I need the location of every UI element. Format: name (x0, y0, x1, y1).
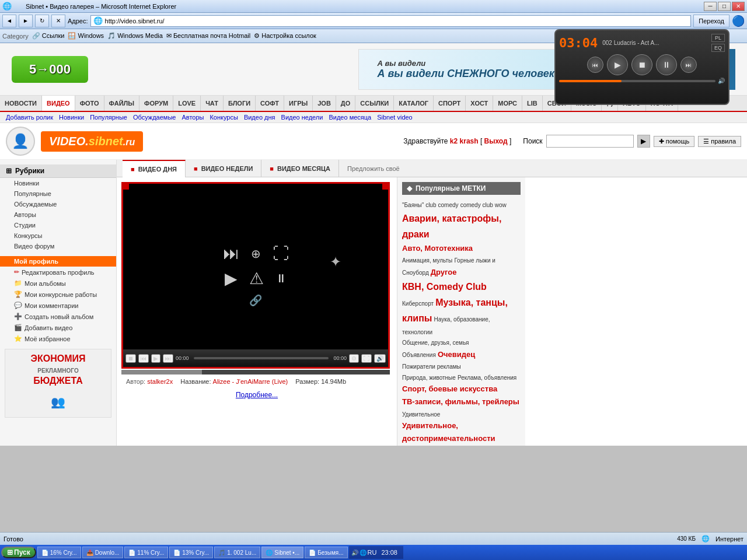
tab-games[interactable]: ИГРЫ (284, 96, 313, 111)
pc-play-button[interactable]: ▶ (151, 354, 160, 363)
video-tab-day[interactable]: ■ ВИДЕО ДНЯ (123, 160, 186, 177)
links-bar-item-windows[interactable]: 🪟 Windows (68, 32, 104, 40)
sidebar-item-studios[interactable]: Студии (0, 220, 116, 230)
rules-button[interactable]: ☰ правила (698, 136, 741, 147)
tab-news[interactable]: НОВОСТИ (0, 96, 42, 111)
tag-wow[interactable]: wow (495, 202, 507, 208)
media-stop-button[interactable]: ⏹ (631, 54, 652, 75)
tag-kvn[interactable]: КВН, Comedy Club (402, 282, 487, 292)
tab-photo[interactable]: ФОТО (75, 96, 104, 111)
help-button[interactable]: ✚ помощь (654, 136, 695, 147)
sidebar-item-profile[interactable]: Мой профиль (0, 256, 116, 267)
video-tab-month[interactable]: ■ ВИДЕО МЕСЯЦА (261, 160, 339, 177)
tag-obshenie[interactable]: Общение, друзья, семья (402, 340, 469, 346)
tag-kibersport[interactable]: Киберспорт (402, 300, 434, 307)
tag-ochevidec[interactable]: Очевидец (438, 350, 475, 359)
sidebar-item-contests[interactable]: Конкурсы (0, 230, 116, 241)
tag-reklama[interactable]: Реклама, объявления (458, 374, 516, 381)
tag-animaciya[interactable]: Анимация, мульты (402, 257, 452, 264)
sidebar-item-authors[interactable]: Авторы (0, 209, 116, 220)
links-bar-item-links-config[interactable]: ⚙ Настройка ссылок (254, 32, 316, 40)
sidebar-item-contest-works[interactable]: 🏆 Мои конкурсные работы (0, 289, 116, 300)
tab-do[interactable]: ДО (336, 96, 355, 111)
tab-love[interactable]: LOVE (173, 96, 201, 111)
subnav-video-day[interactable]: Видео дня (244, 114, 275, 121)
sidebar-item-favorites[interactable]: ⭐ Моё избранное (0, 333, 116, 344)
pc-progress-bar[interactable] (194, 357, 329, 359)
tab-links[interactable]: ССЫЛКИ (355, 96, 394, 111)
video-name-link[interactable]: Alizee - J'enAiMarre (Live) (213, 378, 288, 385)
tag-obyavleniya[interactable]: Объявления (402, 352, 436, 358)
taskbar-item-6[interactable]: 📄 Безымя... (305, 547, 347, 558)
links-bar-item-windows-media[interactable]: 🎵 Windows Media (107, 32, 163, 40)
tag-avto[interactable]: Авто, Мототехника (402, 244, 473, 253)
tag-avarii[interactable]: Аварии, катастрофы, драки (402, 214, 501, 239)
subnav-video-week[interactable]: Видео недели (281, 114, 323, 121)
media-prev-button[interactable]: ⏮ (587, 57, 603, 73)
tab-mors[interactable]: МОРС (493, 96, 522, 111)
pc-volume-button[interactable]: 🔊 (374, 354, 386, 363)
taskbar-item-4[interactable]: 🎵 1. 002 Lu... (214, 547, 260, 558)
tag-priroda[interactable]: Природа, животные (402, 374, 456, 381)
username-link[interactable]: k2 krash (450, 137, 479, 145)
start-button[interactable]: ⊞ Пуск (1, 547, 36, 558)
pc-prev-button[interactable]: ⏮ (138, 354, 149, 363)
links-bar-item-links[interactable]: 🔗 Ссылки (32, 32, 65, 40)
more-link[interactable]: Подробнее... (236, 391, 278, 399)
subnav-sibnet-video[interactable]: Sibnet video (377, 114, 413, 121)
minimize-button[interactable]: ─ (704, 2, 717, 11)
refresh-button[interactable]: ↻ (35, 15, 49, 27)
pc-fullscreen-button[interactable]: ⛶ (361, 354, 372, 363)
tab-catalog[interactable]: КАТАЛОГ (394, 96, 434, 111)
tag-sport[interactable]: Спорт, боевые искусства (402, 384, 497, 393)
tab-lib[interactable]: LIB (522, 96, 543, 111)
tag-bayany[interactable]: "Баяны" club (402, 202, 436, 208)
tag-tv[interactable]: ТВ-записи, фильмы, трейлеры (402, 397, 519, 406)
taskbar-item-5[interactable]: 🌐 Sibnet •... (261, 547, 303, 558)
tab-video[interactable]: ВИДЕО (42, 96, 75, 111)
taskbar-item-0[interactable]: 📄 16% Cry... (37, 547, 81, 558)
address-input[interactable]: 🌐 http://video.sibnet.ru/ (90, 15, 692, 27)
top-action-button[interactable]: 5→000 (12, 56, 88, 83)
go-button[interactable]: Переход (693, 15, 729, 27)
sidebar-item-discussed[interactable]: Обсуждаемые (0, 199, 116, 209)
close-button[interactable]: ✕ (732, 2, 745, 11)
tag-drugoe[interactable]: Другое (431, 268, 457, 276)
sidebar-item-edit-profile[interactable]: ✏ Редактировать профиль (0, 267, 116, 278)
subnav-discussed[interactable]: Обсуждаемые (133, 114, 176, 121)
subnav-video-month[interactable]: Видео месяца (329, 114, 371, 121)
subnav-add[interactable]: Добавить ролик (6, 114, 53, 121)
taskbar-item-2[interactable]: 📄 11% Cry... (124, 547, 168, 558)
tag-udivit-small[interactable]: Удивительное (402, 411, 440, 418)
subnav-contests[interactable]: Конкурсы (210, 114, 238, 121)
pl-button[interactable]: PL (711, 34, 725, 42)
video-tab-week[interactable]: ■ ВИДЕО НЕДЕЛИ (186, 160, 261, 177)
links-bar-item-hotmail[interactable]: ✉ Бесплатная почта Hotmail (166, 32, 250, 40)
tab-blogs[interactable]: БЛОГИ (224, 96, 256, 111)
pc-settings-button[interactable]: ⚙ (349, 354, 359, 363)
back-button[interactable]: ◄ (2, 15, 16, 27)
video-tab-suggest[interactable]: Предложить своё (339, 165, 408, 172)
tag-comedy-club[interactable]: comedy club (460, 202, 493, 208)
tab-host[interactable]: ХОСТ (466, 96, 493, 111)
tab-job[interactable]: JOB (313, 96, 336, 111)
sidebar-item-add-video[interactable]: 🎬 Добавить видео (0, 322, 116, 333)
maximize-button[interactable]: □ (718, 2, 731, 11)
tab-forum[interactable]: ФОРУМ (139, 96, 173, 111)
sidebar-item-new[interactable]: Новинки (0, 178, 116, 188)
eq-button[interactable]: EQ (711, 44, 725, 52)
sidebar-item-create-album[interactable]: ➕ Создать новый альбом (0, 311, 116, 322)
sidebar-item-popular[interactable]: Популярные (0, 188, 116, 199)
tab-files[interactable]: ФАЙЛЫ (104, 96, 139, 111)
sidebar-item-albums[interactable]: 📁 Мои альбомы (0, 278, 116, 289)
pc-next-button[interactable]: ⏭ (163, 354, 173, 363)
stop-button[interactable]: ✕ (51, 15, 65, 27)
taskbar-item-3[interactable]: 📄 13% Cry... (169, 547, 213, 558)
tab-soft[interactable]: СОФТ (256, 96, 284, 111)
logout-link[interactable]: Выход (484, 137, 508, 145)
tab-chat[interactable]: ЧАТ (201, 96, 224, 111)
sidebar-item-comments[interactable]: 💬 Мои комментарии (0, 300, 116, 311)
subnav-authors[interactable]: Авторы (181, 114, 204, 121)
subnav-popular[interactable]: Популярные (90, 114, 127, 121)
author-link[interactable]: stalker2x (147, 378, 173, 385)
